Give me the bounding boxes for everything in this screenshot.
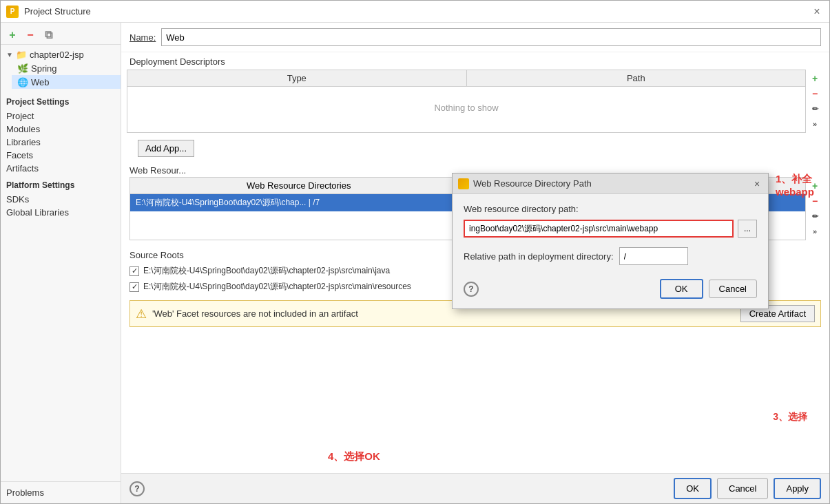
- source-root-checkbox-1[interactable]: [129, 266, 139, 276]
- web-resources-title: Web Resour...: [129, 165, 186, 176]
- source-root-label-1: E:\河南院校-U4\SpringBoot\day02\源码\chapter02…: [143, 265, 390, 277]
- window-title: Project Structure: [24, 6, 805, 17]
- dialog-cancel-button[interactable]: Cancel: [709, 280, 757, 298]
- sidebar-item-global-libraries[interactable]: Global Libraries: [1, 206, 121, 219]
- dialog-path-label: Web resource directory path:: [464, 204, 757, 214]
- dialog-footer: ? OK Cancel: [464, 276, 757, 299]
- source-root-label-2: E:\河南院校-U4\SpringBoot\day02\源码\chapter02…: [143, 281, 411, 293]
- web-label: Web: [31, 77, 50, 87]
- web-res-add-btn[interactable]: +: [807, 178, 822, 193]
- dialog-rel-label: Relative path in deployment directory:: [464, 251, 614, 262]
- dialog-browse-button[interactable]: ...: [738, 220, 757, 238]
- add-button[interactable]: +: [5, 28, 20, 43]
- bottom-bar: ? OK Cancel Apply: [121, 473, 829, 503]
- sidebar-tree: ▼ 📁 chapter02-jsp 🌿 Spring 🌐 Web: [1, 45, 121, 92]
- tree-item-spring[interactable]: 🌿 Spring: [12, 61, 121, 75]
- table-add-btn[interactable]: +: [807, 71, 822, 86]
- deployment-descriptors-section: Type Path Nothing to show + − ✏ »: [127, 70, 824, 133]
- titlebar: P Project Structure ×: [1, 1, 829, 23]
- warning-icon: ⚠: [136, 306, 147, 322]
- dialog-web-resource: Web Resource Directory Path × Web resour…: [452, 173, 769, 309]
- name-input[interactable]: [161, 28, 821, 46]
- sidebar-item-project[interactable]: Project: [1, 109, 121, 123]
- dialog-close-button[interactable]: ×: [751, 178, 762, 189]
- warning-text: 'Web' Facet resources are not included i…: [152, 308, 735, 319]
- dialog-titlebar: Web Resource Directory Path ×: [453, 174, 768, 194]
- dialog-input-row: ...: [464, 220, 757, 238]
- table-remove-btn[interactable]: −: [807, 86, 822, 101]
- copy-button[interactable]: ⧉: [41, 28, 56, 43]
- table-side-buttons: + − ✏ »: [806, 70, 824, 133]
- bottom-right: OK Cancel Apply: [674, 478, 821, 499]
- bottom-left: ?: [129, 481, 145, 496]
- table-header: Type Path: [127, 70, 805, 87]
- project-settings-title: Project Settings: [1, 92, 121, 109]
- web-res-row-text: E:\河南院校-U4\SpringBoot\day02\源码\chap... |…: [136, 197, 320, 209]
- dialog-rel-input[interactable]: [619, 247, 688, 265]
- table-body: Nothing to show: [127, 87, 805, 128]
- path-column: Path: [467, 70, 806, 86]
- sidebar-item-libraries[interactable]: Libraries: [1, 136, 121, 149]
- web-icon: 🌐: [17, 76, 28, 87]
- table-edit-btn[interactable]: ✏: [807, 101, 822, 116]
- annotation-3: 3、选择: [773, 411, 807, 423]
- folder-icon: 📁: [16, 49, 27, 60]
- help-button[interactable]: ?: [129, 481, 145, 496]
- sidebar-item-sdks[interactable]: SDKs: [1, 193, 121, 206]
- cancel-button[interactable]: Cancel: [717, 478, 768, 499]
- deployment-table: Type Path Nothing to show: [127, 70, 806, 133]
- tree-item-chapter02[interactable]: ▼ 📁 chapter02-jsp: [1, 48, 121, 61]
- sidebar-item-facets[interactable]: Facets: [1, 149, 121, 162]
- dialog-icon: [458, 178, 469, 189]
- web-res-more-btn[interactable]: »: [807, 224, 822, 239]
- spring-label: Spring: [31, 63, 57, 74]
- close-button[interactable]: ×: [810, 5, 824, 19]
- sidebar-item-modules[interactable]: Modules: [1, 123, 121, 136]
- remove-button[interactable]: −: [23, 28, 38, 43]
- problems-label: Problems: [6, 487, 44, 498]
- tree-item-web[interactable]: 🌐 Web: [12, 75, 121, 89]
- tree-arrow: ▼: [6, 51, 13, 59]
- web-res-remove-btn[interactable]: −: [807, 193, 822, 209]
- type-column: Type: [127, 70, 467, 86]
- annotation-4: 4、选择OK: [328, 450, 380, 463]
- tree-item-label: chapter02-jsp: [30, 50, 84, 60]
- dialog-ok-button[interactable]: OK: [660, 279, 703, 299]
- add-app-container: Add App...: [129, 136, 821, 161]
- apply-button[interactable]: Apply: [774, 478, 821, 499]
- add-app-button[interactable]: Add App...: [138, 140, 194, 157]
- web-res-edit-btn[interactable]: ✏: [807, 209, 822, 224]
- tree-children: 🌿 Spring 🌐 Web: [1, 61, 121, 89]
- platform-settings-title: Platform Settings: [1, 175, 121, 193]
- dialog-help-button[interactable]: ?: [464, 282, 479, 297]
- right-panel: Name: Deployment Descriptors Type Path N…: [121, 23, 829, 503]
- table-more-btn[interactable]: »: [807, 116, 822, 132]
- sidebar-toolbar: + − ⧉: [1, 25, 121, 45]
- problems-section: Problems: [1, 481, 121, 503]
- nothing-to-show: Nothing to show: [420, 89, 512, 127]
- source-root-checkbox-2[interactable]: [129, 282, 139, 292]
- web-res-side-buttons: + − ✏ »: [806, 177, 824, 240]
- dialog-rel-row: Relative path in deployment directory:: [464, 247, 757, 265]
- spring-icon: 🌿: [17, 63, 28, 74]
- name-row: Name:: [121, 23, 829, 52]
- web-res-col1: Web Resource Directories: [130, 178, 468, 193]
- dialog-title: Web Resource Directory Path: [473, 178, 747, 189]
- main-window: P Project Structure × + − ⧉ ▼ 📁 chapter0…: [0, 0, 830, 504]
- deployment-descriptors-title: Deployment Descriptors: [121, 52, 829, 70]
- name-label: Name:: [129, 32, 156, 43]
- sidebar-item-artifacts[interactable]: Artifacts: [1, 162, 121, 175]
- sidebar: + − ⧉ ▼ 📁 chapter02-jsp 🌿 Spring 🌐: [1, 23, 121, 503]
- ok-button[interactable]: OK: [674, 478, 712, 499]
- main-content: + − ⧉ ▼ 📁 chapter02-jsp 🌿 Spring 🌐: [1, 23, 829, 503]
- dialog-path-input[interactable]: [464, 220, 734, 238]
- dialog-body: Web resource directory path: ... Relativ…: [453, 194, 768, 308]
- app-icon: P: [6, 6, 19, 18]
